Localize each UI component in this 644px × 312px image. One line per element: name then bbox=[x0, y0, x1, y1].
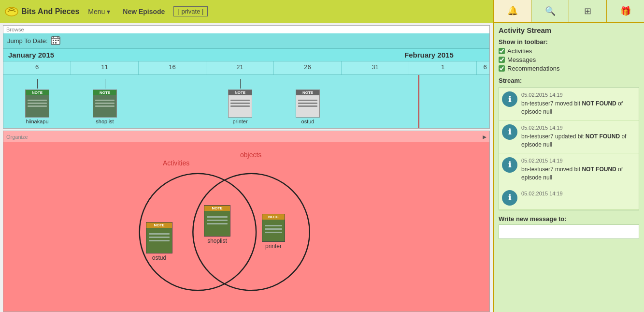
stream-icon-2: ℹ bbox=[502, 124, 517, 140]
svg-rect-9 bbox=[55, 42, 57, 44]
sidebar-content: Activity Stream Show in toolbar: Activit… bbox=[494, 23, 644, 312]
venn-note-shoplist-label: shoplist bbox=[207, 238, 227, 244]
sidebar-search-button[interactable]: 🔍 bbox=[531, 0, 569, 22]
new-episode-button[interactable]: New Episode bbox=[119, 6, 169, 17]
show-in-toolbar-section: Show in toolbar: Activities Messages Rec… bbox=[499, 38, 639, 72]
red-line bbox=[418, 75, 419, 128]
private-badge: | private | bbox=[173, 6, 208, 16]
note-ostud[interactable]: NOTE ostud bbox=[296, 79, 320, 124]
main-area: Bits And Pieces Menu ▾ New Episode | pri… bbox=[0, 0, 493, 312]
note-printer-label: printer bbox=[232, 119, 247, 124]
messages-checkbox-row: Messages bbox=[499, 56, 639, 63]
activities-label: Activities bbox=[163, 159, 189, 167]
right-sidebar: 🔔 🔍 ⊞ 🎁 Activity Stream Show in toolbar:… bbox=[493, 0, 644, 312]
activity-stream-title: Activity Stream bbox=[499, 26, 639, 34]
stream-text-2: 05.02.2015 14:19 bn-testuser7 updated bi… bbox=[521, 124, 636, 149]
note-hiinakapu-label: hiinakapu bbox=[26, 119, 48, 124]
day-16: 16 bbox=[139, 61, 206, 74]
browse-label: Browse bbox=[3, 26, 489, 33]
day-1: 1 bbox=[409, 61, 477, 74]
note-printer[interactable]: NOTE printer bbox=[228, 79, 252, 124]
day-26: 26 bbox=[274, 61, 342, 74]
stream-icon-4: ℹ bbox=[502, 190, 517, 206]
app-title: Bits And Pieces bbox=[21, 7, 79, 16]
activities-checkbox[interactable] bbox=[499, 48, 505, 54]
timeline-container: January 2015 February 2015 6 11 16 21 26… bbox=[3, 49, 489, 128]
stream-item-4: ℹ 05.02.2015 14:19 bbox=[499, 186, 639, 210]
stream-text-4: 05.02.2015 14:19 bbox=[521, 190, 563, 206]
day-6b: 6 bbox=[477, 61, 489, 74]
recommendations-checkbox-label[interactable]: Recommendations bbox=[507, 65, 559, 72]
objects-label: objects bbox=[240, 151, 261, 159]
messages-checkbox[interactable] bbox=[499, 57, 505, 63]
stream-time-4: 05.02.2015 14:19 bbox=[521, 190, 563, 197]
venn-note-printer-label: printer bbox=[265, 243, 282, 250]
message-input[interactable] bbox=[499, 224, 639, 239]
top-nav: Bits And Pieces Menu ▾ New Episode | pri… bbox=[0, 0, 493, 23]
stream-item-3: ℹ 05.02.2015 14:19 bn-testuser7 moved bi… bbox=[499, 153, 639, 186]
svg-rect-8 bbox=[53, 42, 54, 44]
write-message-section: Write new message to: bbox=[499, 215, 639, 239]
stream-time-1: 05.02.2015 14:19 bbox=[521, 91, 636, 99]
month-february: February 2015 bbox=[400, 49, 487, 61]
sidebar-bell-button[interactable]: 🔔 bbox=[494, 0, 531, 22]
sidebar-gift-button[interactable]: 🎁 bbox=[607, 0, 644, 22]
stream-list[interactable]: ℹ 05.02.2015 14:19 bn-testuser7 moved bi… bbox=[499, 87, 639, 210]
svg-rect-7 bbox=[57, 40, 59, 41]
activities-checkbox-row: Activities bbox=[499, 47, 639, 55]
note-slot-4: NOTE ostud bbox=[274, 79, 342, 124]
stream-item-2: ℹ 05.02.2015 14:19 bn-testuser7 updated … bbox=[499, 120, 639, 153]
jump-to-date-label: Jump To Date: bbox=[7, 37, 48, 45]
menu-button[interactable]: Menu ▾ bbox=[84, 6, 114, 17]
note-hiinakapu[interactable]: NOTE hiinakapu bbox=[25, 79, 49, 124]
show-in-toolbar-label: Show in toolbar: bbox=[499, 38, 639, 45]
svg-rect-6 bbox=[55, 40, 57, 41]
stream-icon-1: ℹ bbox=[502, 91, 517, 107]
month-january: January 2015 bbox=[3, 49, 400, 61]
sidebar-toolbar: 🔔 🔍 ⊞ 🎁 bbox=[494, 0, 644, 23]
browse-section: Browse Jump To Date: Januar bbox=[3, 25, 490, 129]
day-21: 21 bbox=[206, 61, 274, 74]
venn-note-shoplist[interactable]: NOTE shoplist bbox=[204, 205, 230, 244]
note-shoplist-label: shoplist bbox=[96, 119, 114, 124]
stream-time-3: 05.02.2015 14:19 bbox=[521, 157, 636, 164]
activities-checkbox-label[interactable]: Activities bbox=[507, 47, 532, 55]
logo-icon bbox=[5, 5, 18, 18]
note-shoplist[interactable]: NOTE shoplist bbox=[93, 79, 117, 124]
stream-icon-3: ℹ bbox=[502, 157, 517, 173]
stream-text-3: 05.02.2015 14:19 bn-testuser7 moved bit … bbox=[521, 157, 636, 182]
day-11: 11 bbox=[71, 61, 139, 74]
svg-rect-5 bbox=[53, 40, 54, 41]
recommendations-checkbox-row: Recommendations bbox=[499, 65, 639, 72]
venn-note-ostud-label: ostud bbox=[152, 254, 166, 261]
notes-row: NOTE hiinakapu bbox=[3, 75, 489, 128]
note-slot-1: NOTE shoplist bbox=[71, 79, 139, 124]
day-31: 31 bbox=[342, 61, 409, 74]
calendar-icon[interactable] bbox=[51, 35, 60, 46]
recommendations-checkbox[interactable] bbox=[499, 65, 505, 72]
stream-text-1: 05.02.2015 14:19 bn-testuser7 moved bit … bbox=[521, 91, 636, 116]
organize-section: Organize ▸ Activities objects NOTE bbox=[3, 131, 490, 312]
stream-time-2: 05.02.2015 14:19 bbox=[521, 124, 636, 132]
note-slot-0: NOTE hiinakapu bbox=[3, 79, 71, 124]
stream-label: Stream: bbox=[499, 77, 639, 84]
note-slot-3: NOTE printer bbox=[206, 79, 274, 124]
organize-arrow[interactable]: ▸ bbox=[483, 132, 487, 141]
note-ostud-label: ostud bbox=[301, 119, 315, 124]
organize-label: Organize ▸ bbox=[3, 131, 489, 142]
day-6: 6 bbox=[3, 61, 71, 74]
month-headers: January 2015 February 2015 bbox=[3, 49, 489, 61]
venn-area: Activities objects NOTE ostud NOTE bbox=[3, 142, 489, 312]
jump-to-date-row: Jump To Date: bbox=[3, 33, 489, 49]
app-logo: Bits And Pieces bbox=[5, 5, 79, 18]
messages-checkbox-label[interactable]: Messages bbox=[507, 56, 536, 63]
sidebar-grid-button[interactable]: ⊞ bbox=[569, 0, 607, 22]
stream-item-1: ℹ 05.02.2015 14:19 bn-testuser7 moved bi… bbox=[499, 88, 639, 120]
venn-svg bbox=[3, 142, 489, 312]
day-labels: 6 11 16 21 26 31 1 6 bbox=[3, 61, 489, 75]
write-message-label: Write new message to: bbox=[499, 215, 639, 223]
venn-note-printer[interactable]: NOTE printer bbox=[262, 214, 285, 250]
venn-note-ostud[interactable]: NOTE ostud bbox=[146, 222, 172, 261]
